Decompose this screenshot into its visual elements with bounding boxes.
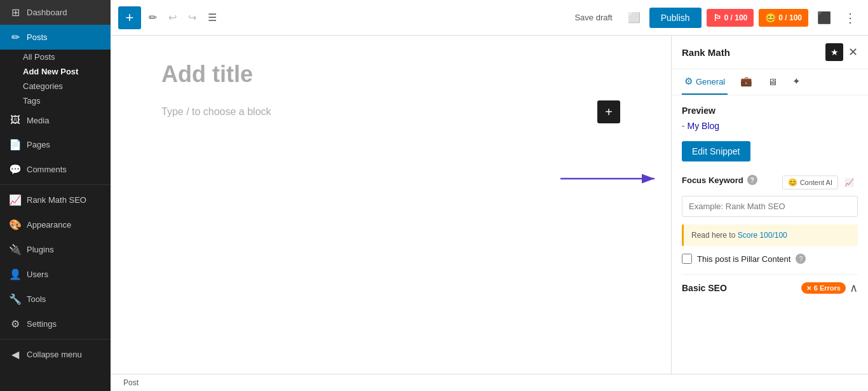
trend-icon: 📈 xyxy=(844,178,854,187)
preview-icon: ⬜ xyxy=(628,11,641,24)
chevron-up-icon: ∧ xyxy=(850,282,858,294)
panel-body: Preview - My Blog Edit Snippet Focus Key… xyxy=(672,95,868,374)
sidebar-item-label: Comments xyxy=(27,165,67,174)
plugins-icon: 🔌 xyxy=(9,244,22,256)
panel-title: Rank Math xyxy=(682,47,730,58)
advanced-tab-icon: ✦ xyxy=(792,76,801,87)
more-icon: ⋮ xyxy=(844,11,857,25)
content-ai-button[interactable]: 😊 Content AI xyxy=(782,175,838,189)
edit-snippet-button[interactable]: Edit Snippet xyxy=(682,141,750,161)
sidebar-item-posts[interactable]: ✏ Posts xyxy=(0,25,111,50)
sidebar-collapse-label: Collapse menu xyxy=(27,350,82,359)
users-icon: 👤 xyxy=(9,268,22,280)
score-link[interactable]: Score 100/100 xyxy=(738,231,787,240)
arrow-annotation xyxy=(560,169,662,188)
sidebar-item-label: Users xyxy=(27,270,48,279)
tab-social[interactable]: 💼 xyxy=(738,69,755,95)
editor-plus-icon: + xyxy=(605,105,613,120)
sidebar-item-label: Rank Math SEO xyxy=(27,195,86,205)
schema-tab-icon: 🖥 xyxy=(768,76,777,87)
sidebar-sub-all-posts[interactable]: All Posts xyxy=(0,50,111,64)
sidebar-item-label: Plugins xyxy=(27,245,54,254)
editor-title[interactable]: Add title xyxy=(161,61,620,88)
main-content: + ✏ ↩ ↪ ☰ Save draft ⬜ Publish xyxy=(111,0,868,391)
sidebar-item-appearance[interactable]: 🎨 Appearance xyxy=(0,212,111,237)
social-tab-icon: 💼 xyxy=(740,76,752,87)
readability-icon: 😊 xyxy=(765,13,776,23)
tab-general[interactable]: ⚙ General xyxy=(682,69,728,95)
readability-score-badge[interactable]: 😊 0 / 100 xyxy=(759,9,808,27)
sidebar-item-plugins[interactable]: 🔌 Plugins xyxy=(0,237,111,262)
columns-button[interactable]: ⬛ xyxy=(813,7,835,29)
sidebar-item-collapse[interactable]: ◀ Collapse menu xyxy=(0,342,111,367)
pillar-help-icon[interactable]: ? xyxy=(796,254,806,264)
sidebar-item-users[interactable]: 👤 Users xyxy=(0,262,111,287)
bottom-bar: Post xyxy=(111,374,868,391)
arrow-svg xyxy=(560,169,662,188)
seo-score-value: 0 / 100 xyxy=(724,13,748,22)
pillar-row: This post is Pillar Content ? xyxy=(682,254,858,264)
trend-button[interactable]: 📈 xyxy=(841,174,858,191)
sidebar-item-comments[interactable]: 💬 Comments xyxy=(0,157,111,182)
redo-button[interactable]: ↪ xyxy=(184,8,200,27)
edit-snippet-label: Edit Snippet xyxy=(692,146,740,156)
sidebar-item-label: Posts xyxy=(27,32,48,42)
columns-icon: ⬛ xyxy=(817,11,831,24)
seo-score-badge[interactable]: 🏳 0 / 100 xyxy=(707,9,754,27)
seo-score-icon: 🏳 xyxy=(713,13,722,23)
undo-icon: ↩ xyxy=(168,11,177,24)
info-box: Read here to Score 100/100 xyxy=(682,224,858,246)
right-panel: Rank Math ★ ✕ ⚙ General 💼 xyxy=(671,36,868,374)
save-draft-label: Save draft xyxy=(574,13,612,22)
tab-schema[interactable]: 🖥 xyxy=(765,70,780,95)
tab-advanced[interactable]: ✦ xyxy=(790,69,803,95)
preview-button[interactable]: ⬜ xyxy=(624,8,644,27)
sidebar-sub-tags[interactable]: Tags xyxy=(0,93,111,108)
sidebar-item-dashboard[interactable]: ⊞ Dashboard xyxy=(0,0,111,25)
sidebar-item-media[interactable]: 🖼 Media xyxy=(0,108,111,132)
star-button[interactable]: ★ xyxy=(825,43,843,61)
sidebar-item-tools[interactable]: 🔧 Tools xyxy=(0,287,111,312)
posts-icon: ✏ xyxy=(9,31,22,43)
focus-keyword-label: Focus Keyword ? xyxy=(682,175,757,185)
sidebar-item-pages[interactable]: 📄 Pages xyxy=(0,132,111,157)
bottom-bar-label: Post xyxy=(123,378,139,387)
panel-header: Rank Math ★ ✕ xyxy=(672,36,868,69)
tab-general-label: General xyxy=(696,77,725,86)
sidebar-item-rank-math[interactable]: 📈 Rank Math SEO xyxy=(0,188,111,212)
editor-body-placeholder: Type / to choose a block xyxy=(161,106,271,118)
sidebar-sub-add-new-post[interactable]: Add New Post xyxy=(0,64,111,79)
publish-button[interactable]: Publish xyxy=(649,8,702,28)
editor-add-block-button[interactable]: + xyxy=(597,100,620,123)
basic-seo-label: Basic SEO xyxy=(682,283,727,293)
sidebar-sub-categories[interactable]: Categories xyxy=(0,79,111,93)
sidebar-item-label: Tools xyxy=(27,294,46,304)
rank-math-icon: 📈 xyxy=(9,194,22,206)
pillar-checkbox[interactable] xyxy=(682,254,692,264)
pen-icon: ✏ xyxy=(149,11,157,24)
error-badge: ✕ 6 Errors xyxy=(801,282,846,294)
pillar-label: This post is Pillar Content xyxy=(697,254,790,264)
sidebar-divider xyxy=(0,184,111,185)
focus-keyword-help-icon[interactable]: ? xyxy=(747,175,757,185)
add-block-button[interactable]: + xyxy=(118,6,141,29)
preview-blog-text: My Blog xyxy=(688,121,720,131)
comments-icon: 💬 xyxy=(9,163,22,175)
sidebar-item-settings[interactable]: ⚙ Settings xyxy=(0,312,111,336)
tools-icon: 🔧 xyxy=(9,293,22,305)
list-view-button[interactable]: ☰ xyxy=(204,8,220,27)
star-icon: ★ xyxy=(831,47,839,57)
error-label: 6 Errors xyxy=(814,284,841,292)
preview-label: Preview xyxy=(682,106,858,116)
sidebar-item-label: Dashboard xyxy=(27,8,67,17)
sidebar-item-label: Appearance xyxy=(27,220,71,230)
save-draft-button[interactable]: Save draft xyxy=(568,9,618,26)
basic-seo-expand-button[interactable]: ∧ xyxy=(850,281,858,295)
pen-tool-button[interactable]: ✏ xyxy=(145,8,161,27)
more-options-button[interactable]: ⋮ xyxy=(840,6,860,29)
undo-button[interactable]: ↩ xyxy=(165,8,180,27)
close-x-icon: ✕ xyxy=(806,285,811,292)
focus-keyword-input[interactable] xyxy=(682,196,858,217)
panel-header-right: ★ ✕ xyxy=(825,43,858,61)
close-panel-button[interactable]: ✕ xyxy=(848,45,858,59)
